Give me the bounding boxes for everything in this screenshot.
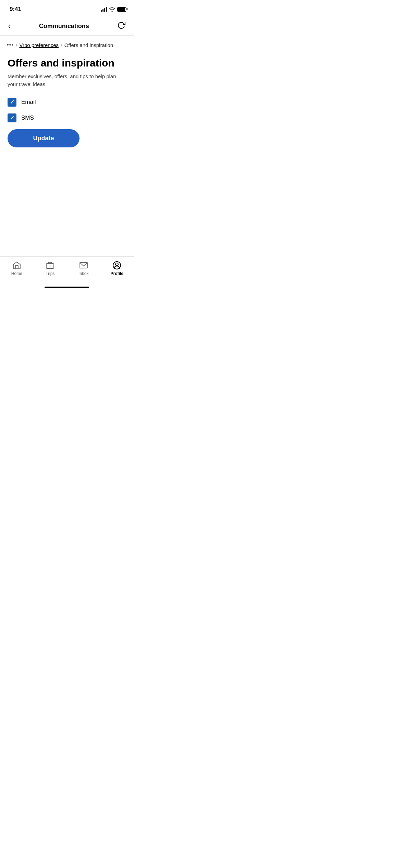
page-header-title: Communications — [39, 23, 89, 30]
nav-item-profile[interactable]: Profile — [100, 260, 134, 276]
trips-nav-label: Trips — [46, 271, 54, 276]
page-description: Member exclusives, offers, and tips to h… — [8, 73, 126, 88]
home-indicator — [0, 287, 134, 289]
email-label: Email — [21, 99, 36, 106]
bottom-nav: Home Trips Inbox Profile — [0, 256, 134, 287]
sms-checkbox-item: ✓ SMS — [8, 113, 126, 122]
sms-check-icon: ✓ — [10, 115, 14, 121]
inbox-nav-label: Inbox — [78, 271, 88, 276]
breadcrumb-chevron-2: › — [61, 42, 62, 48]
email-check-icon: ✓ — [10, 99, 14, 105]
nav-item-home[interactable]: Home — [0, 260, 34, 276]
sms-checkbox[interactable]: ✓ — [8, 113, 16, 122]
battery-icon — [117, 7, 126, 12]
breadcrumb-dots: ••• — [7, 42, 14, 48]
trips-icon — [46, 261, 54, 270]
inbox-icon — [79, 261, 88, 270]
email-checkbox[interactable]: ✓ — [8, 98, 16, 107]
breadcrumb: ••• › Vrbo preferences › Offers and insp… — [0, 36, 134, 51]
status-time: 9:41 — [10, 6, 21, 13]
home-indicator-bar — [45, 287, 89, 288]
email-checkbox-item: ✓ Email — [8, 98, 126, 107]
nav-item-trips[interactable]: Trips — [34, 260, 67, 276]
update-button[interactable]: Update — [8, 129, 80, 147]
status-icons — [101, 7, 126, 12]
back-button[interactable]: ‹ — [7, 21, 12, 32]
breadcrumb-current: Offers and inspiration — [64, 42, 113, 48]
home-nav-label: Home — [11, 271, 22, 276]
signal-icon — [101, 7, 107, 12]
sms-label: SMS — [21, 114, 34, 121]
breadcrumb-vrbo-prefs-link[interactable]: Vrbo preferences — [19, 42, 59, 48]
nav-header: ‹ Communications — [0, 17, 134, 36]
page-title: Offers and inspiration — [8, 57, 126, 69]
svg-point-5 — [116, 263, 118, 266]
wifi-icon — [109, 7, 115, 12]
profile-icon — [112, 261, 121, 270]
profile-nav-label: Profile — [111, 271, 123, 276]
breadcrumb-chevron-1: › — [16, 42, 17, 48]
main-content: Offers and inspiration Member exclusives… — [0, 51, 134, 256]
nav-item-inbox[interactable]: Inbox — [67, 260, 100, 276]
home-icon — [12, 261, 21, 270]
refresh-button[interactable] — [116, 20, 127, 33]
status-bar: 9:41 — [0, 0, 134, 17]
